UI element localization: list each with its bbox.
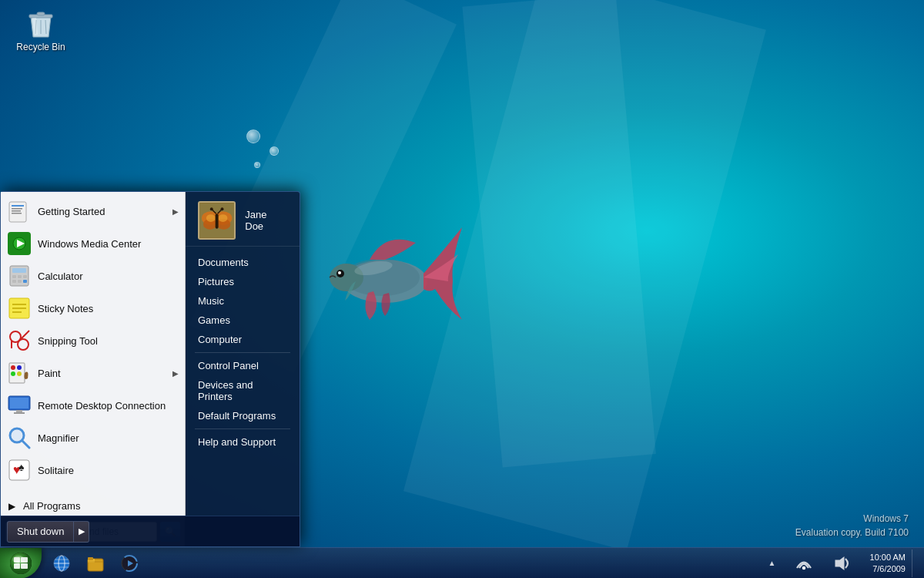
start-button[interactable] [0,548,42,579]
system-clock[interactable]: 10:00 AM 7/6/2009 [864,552,912,574]
network-icon[interactable] [788,549,819,577]
right-separator [195,352,290,353]
svg-point-63 [10,553,32,574]
menu-label-windows-media-center: Windows Media Center [38,238,141,250]
menu-icon-solitaire: ♥♠ [7,458,32,482]
right-links-container: DocumentsPicturesMusicGamesComputerContr… [186,247,300,516]
all-programs-item[interactable]: ▶ All Programs [1,496,185,516]
svg-rect-12 [12,205,24,207]
menu-item-sticky-notes[interactable]: Sticky Notes [1,292,185,324]
user-avatar [198,201,236,240]
menu-label-solitaire: Solitaire [38,465,74,476]
menu-icon-snipping-tool [7,328,32,353]
show-desktop-button[interactable] [912,549,918,577]
svg-rect-11 [9,202,26,222]
right-link-computer[interactable]: Computer [186,330,300,349]
shutdown-button[interactable]: Shut down [7,521,74,543]
svg-rect-26 [23,280,27,283]
recycle-bin-label: Recycle Bin [16,42,65,52]
svg-point-4 [338,271,341,274]
svg-rect-57 [216,213,219,229]
right-link-pictures[interactable]: Pictures [186,272,300,291]
tray-expand-button[interactable]: ▲ [762,549,782,577]
right-link-help-support[interactable]: Help and Support [186,432,300,452]
menu-item-snipping-tool[interactable]: Snipping Tool [1,324,185,357]
start-menu-right: Jane Doe DocumentsPicturesMusicGamesComp… [186,192,300,516]
menu-item-solitaire[interactable]: ♥♠Solitaire [1,454,185,486]
svg-point-36 [11,365,15,370]
menu-label-getting-started: Getting Started [38,206,105,217]
menu-item-remote-desktop[interactable]: Remote Desktop Connection [1,389,185,422]
svg-point-61 [221,207,224,210]
user-area: Jane Doe [186,192,300,247]
svg-rect-7 [37,12,45,15]
menu-item-calculator[interactable]: Calculator [1,260,185,292]
taskbar-ie-button[interactable] [46,549,77,577]
user-name-label: Jane Doe [245,209,287,232]
watermark-line2: Evaluation copy. Build 7100 [795,526,909,539]
menu-label-remote-desktop: Remote Desktop Connection [38,400,166,412]
svg-rect-22 [18,275,22,278]
svg-rect-14 [12,210,21,212]
menu-icon-calculator [7,264,32,288]
menu-item-paint[interactable]: Paint▶ [1,357,185,389]
taskbar-media-button[interactable] [114,549,145,577]
svg-point-60 [210,207,213,210]
right-link-music[interactable]: Music [186,291,300,311]
svg-rect-43 [14,412,25,414]
watermark-line1: Windows 7 [795,512,909,526]
svg-rect-20 [12,268,26,273]
right-link-control-panel[interactable]: Control Panel [186,356,300,375]
start-menu: Getting Started▶Windows Media CenterCalc… [0,191,300,547]
menu-item-magnifier[interactable]: Magnifier [1,422,185,454]
clock-date: 7/6/2009 [870,563,906,574]
menu-icon-sticky-notes [7,296,32,321]
menu-label-calculator: Calculator [38,271,83,282]
svg-rect-15 [12,213,22,214]
svg-rect-21 [12,275,16,278]
svg-point-68 [12,556,25,563]
svg-point-38 [11,371,15,376]
right-link-documents[interactable]: Documents [186,253,300,272]
svg-point-45 [12,430,22,441]
right-link-devices-printers[interactable]: Devices and Printers [186,375,300,406]
svg-rect-13 [12,208,22,210]
taskbar-right: ▲ 10:00 AM [761,549,924,577]
start-menu-left: Getting Started▶Windows Media CenterCalc… [1,192,186,516]
svg-point-81 [802,566,805,570]
menu-item-getting-started[interactable]: Getting Started▶ [1,195,185,227]
fish-image [316,208,470,362]
right-link-default-programs[interactable]: Default Programs [186,406,300,425]
desktop: Recycle Bin Windows 7 Evaluation copy. B… [0,0,924,578]
menu-icon-paint [7,361,32,385]
svg-point-55 [206,214,216,222]
menu-label-magnifier: Magnifier [38,432,79,444]
start-menu-bottom: Shut down ▶ [1,516,300,546]
svg-rect-41 [10,398,28,408]
svg-rect-24 [12,280,16,283]
right-link-games[interactable]: Games [186,311,300,330]
svg-point-39 [17,371,22,376]
svg-point-32 [18,339,28,350]
menu-icon-getting-started [7,199,32,223]
recycle-bin-icon[interactable]: Recycle Bin [14,8,68,52]
svg-line-46 [22,441,29,448]
volume-icon[interactable] [825,549,856,577]
all-programs-label: All Programs [23,500,80,512]
menu-item-windows-media-center[interactable]: Windows Media Center [1,227,185,260]
start-menu-programs: Getting Started▶Windows Media CenterCalc… [1,192,185,489]
shutdown-label: Shut down [17,526,64,537]
clock-time: 10:00 AM [870,552,906,563]
submenu-arrow-icon: ▶ [172,207,179,216]
taskbar-explorer-button[interactable] [80,549,111,577]
svg-rect-77 [88,557,93,560]
menu-label-sticky-notes: Sticky Notes [38,303,93,314]
menu-icon-remote-desktop [7,393,32,418]
svg-rect-25 [18,280,22,283]
svg-point-56 [219,214,228,222]
menu-icon-windows-media-center [7,231,32,256]
windows-watermark: Windows 7 Evaluation copy. Build 7100 [795,512,909,539]
menu-label-snipping-tool: Snipping Tool [38,335,98,347]
shutdown-arrow-button[interactable]: ▶ [74,521,89,543]
taskbar: ▲ 10:00 AM [0,547,924,578]
